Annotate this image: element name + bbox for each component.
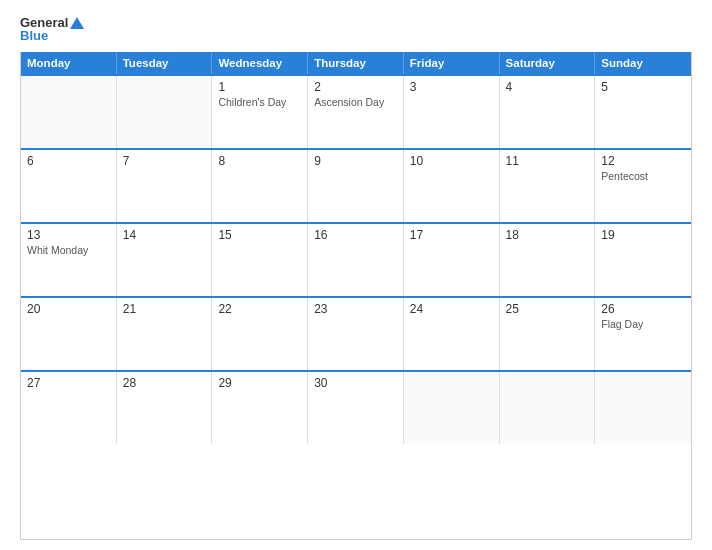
day-number: 10	[410, 154, 493, 168]
logo: General Blue	[20, 16, 84, 42]
calendar-header-saturday: Saturday	[500, 52, 596, 74]
calendar-cell	[117, 76, 213, 148]
calendar-cell: 8	[212, 150, 308, 222]
calendar-week-2: 6789101112Pentecost	[21, 148, 691, 222]
day-number: 8	[218, 154, 301, 168]
holiday-label: Flag Day	[601, 318, 685, 330]
calendar-header-row: MondayTuesdayWednesdayThursdayFridaySatu…	[21, 52, 691, 74]
holiday-label: Ascension Day	[314, 96, 397, 108]
day-number: 16	[314, 228, 397, 242]
calendar-cell: 17	[404, 224, 500, 296]
day-number: 26	[601, 302, 685, 316]
calendar-cell: 14	[117, 224, 213, 296]
holiday-label: Children's Day	[218, 96, 301, 108]
calendar-cell: 25	[500, 298, 596, 370]
calendar-cell: 11	[500, 150, 596, 222]
calendar-cell: 3	[404, 76, 500, 148]
day-number: 9	[314, 154, 397, 168]
calendar-cell: 2Ascension Day	[308, 76, 404, 148]
day-number: 6	[27, 154, 110, 168]
calendar-cell	[500, 372, 596, 444]
day-number: 30	[314, 376, 397, 390]
day-number: 23	[314, 302, 397, 316]
calendar: MondayTuesdayWednesdayThursdayFridaySatu…	[20, 52, 692, 540]
day-number: 22	[218, 302, 301, 316]
header: General Blue	[20, 16, 692, 42]
calendar-week-5: 27282930	[21, 370, 691, 444]
day-number: 12	[601, 154, 685, 168]
day-number: 7	[123, 154, 206, 168]
day-number: 25	[506, 302, 589, 316]
day-number: 17	[410, 228, 493, 242]
calendar-cell: 10	[404, 150, 500, 222]
calendar-cell: 15	[212, 224, 308, 296]
calendar-cell: 13Whit Monday	[21, 224, 117, 296]
calendar-week-4: 20212223242526Flag Day	[21, 296, 691, 370]
day-number: 20	[27, 302, 110, 316]
calendar-cell: 26Flag Day	[595, 298, 691, 370]
calendar-cell	[595, 372, 691, 444]
day-number: 13	[27, 228, 110, 242]
calendar-header-wednesday: Wednesday	[212, 52, 308, 74]
day-number: 18	[506, 228, 589, 242]
calendar-header-sunday: Sunday	[595, 52, 691, 74]
calendar-body: 1Children's Day2Ascension Day34567891011…	[21, 74, 691, 444]
calendar-cell: 30	[308, 372, 404, 444]
day-number: 4	[506, 80, 589, 94]
day-number: 14	[123, 228, 206, 242]
day-number: 21	[123, 302, 206, 316]
day-number: 3	[410, 80, 493, 94]
calendar-cell: 4	[500, 76, 596, 148]
calendar-week-3: 13Whit Monday141516171819	[21, 222, 691, 296]
calendar-cell: 21	[117, 298, 213, 370]
day-number: 19	[601, 228, 685, 242]
holiday-label: Pentecost	[601, 170, 685, 182]
day-number: 1	[218, 80, 301, 94]
calendar-cell	[21, 76, 117, 148]
holiday-label: Whit Monday	[27, 244, 110, 256]
calendar-cell: 18	[500, 224, 596, 296]
calendar-cell: 29	[212, 372, 308, 444]
day-number: 29	[218, 376, 301, 390]
calendar-header-monday: Monday	[21, 52, 117, 74]
day-number: 24	[410, 302, 493, 316]
calendar-cell: 1Children's Day	[212, 76, 308, 148]
calendar-cell: 16	[308, 224, 404, 296]
day-number: 15	[218, 228, 301, 242]
logo-triangle-icon	[70, 17, 84, 29]
calendar-cell: 9	[308, 150, 404, 222]
calendar-page: General Blue MondayTuesdayWednesdayThurs…	[0, 0, 712, 550]
calendar-cell: 23	[308, 298, 404, 370]
calendar-cell: 19	[595, 224, 691, 296]
calendar-cell: 20	[21, 298, 117, 370]
calendar-cell: 7	[117, 150, 213, 222]
calendar-header-friday: Friday	[404, 52, 500, 74]
day-number: 27	[27, 376, 110, 390]
calendar-cell: 22	[212, 298, 308, 370]
day-number: 5	[601, 80, 685, 94]
calendar-cell: 24	[404, 298, 500, 370]
calendar-cell: 5	[595, 76, 691, 148]
calendar-cell: 27	[21, 372, 117, 444]
day-number: 28	[123, 376, 206, 390]
calendar-week-1: 1Children's Day2Ascension Day345	[21, 74, 691, 148]
logo-blue-text: Blue	[20, 29, 84, 42]
calendar-cell: 12Pentecost	[595, 150, 691, 222]
calendar-header-thursday: Thursday	[308, 52, 404, 74]
calendar-cell: 28	[117, 372, 213, 444]
calendar-header-tuesday: Tuesday	[117, 52, 213, 74]
calendar-cell: 6	[21, 150, 117, 222]
day-number: 11	[506, 154, 589, 168]
day-number: 2	[314, 80, 397, 94]
calendar-cell	[404, 372, 500, 444]
